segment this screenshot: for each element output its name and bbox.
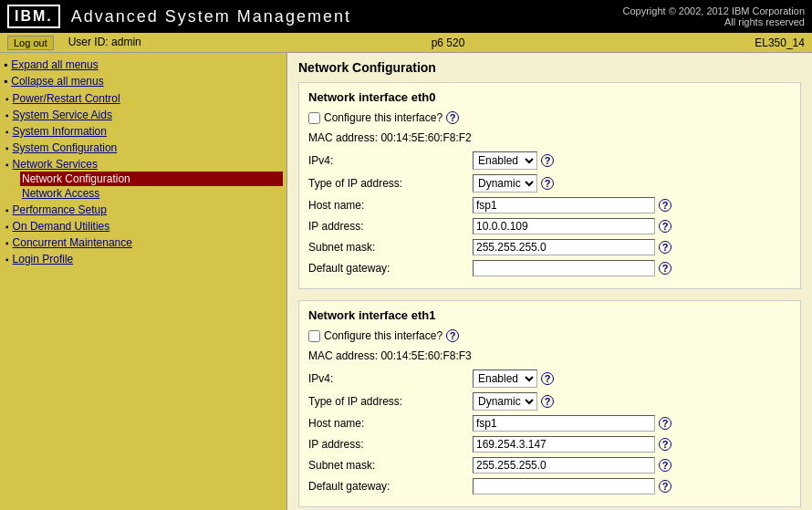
- eth1-subnet-input[interactable]: 255.255.255.0: [473, 457, 655, 474]
- sidebar: ▪ Expand all menus ▪ Collapse all menus …: [0, 53, 287, 510]
- copyright-line1: Copyright © 2002, 2012 IBM Corporation: [623, 5, 806, 16]
- sidebar-section-perf: ▪ Performance Setup: [4, 203, 283, 217]
- eth1-gateway-row: Default gateway: ?: [308, 478, 791, 494]
- eth1-ip-label: IP address:: [308, 438, 473, 451]
- plus-icon-power: ▪: [5, 94, 9, 104]
- eth1-ipv4-help-icon[interactable]: ?: [541, 372, 554, 385]
- eth1-ip-input[interactable]: 169.254.3.147: [473, 436, 655, 453]
- eth0-subnet-help-icon[interactable]: ?: [659, 241, 671, 254]
- eth1-ip-row: IP address: 169.254.3.147 ?: [308, 436, 791, 453]
- page-title: Network Configuration: [298, 60, 801, 75]
- eth0-gateway-help-icon[interactable]: ?: [659, 262, 671, 275]
- eth0-ip-label: IP address:: [308, 220, 473, 233]
- eth0-configure-checkbox[interactable]: [308, 112, 320, 124]
- sidebar-section-network-header[interactable]: ▪ Network Services: [4, 157, 283, 172]
- sidebar-section-ondemand-header[interactable]: ▪ On Demand Utilities: [4, 219, 283, 234]
- copyright-line2: All rights reserved: [623, 16, 806, 27]
- network-children: Network Configuration Network Access: [4, 172, 283, 201]
- sidebar-label-sysinfo: System Information: [13, 125, 107, 138]
- main-content: Network Configuration Network interface …: [287, 53, 812, 510]
- expand-all-link[interactable]: Expand all menus: [11, 58, 98, 71]
- eth0-iptype-help-icon[interactable]: ?: [541, 177, 554, 190]
- eth1-gateway-help-icon[interactable]: ?: [659, 480, 671, 493]
- eth1-section: Network interface eth1 Configure this in…: [298, 300, 801, 507]
- eth0-configure-label: Configure this interface?: [324, 111, 442, 124]
- eth0-gateway-label: Default gateway:: [308, 262, 473, 275]
- eth1-hostname-row: Host name: fsp1 ?: [308, 415, 791, 432]
- sidebar-section-sysconfig: ▪ System Configuration: [4, 141, 283, 155]
- eth0-subnet-label: Subnet mask:: [308, 241, 473, 254]
- eth0-ipv4-label: IPv4:: [308, 154, 473, 167]
- eth0-iptype-row: Type of IP address: Dynamic Static ?: [308, 174, 791, 193]
- eth0-configure-help-icon[interactable]: ?: [446, 111, 459, 124]
- eth1-subnet-row: Subnet mask: 255.255.255.0 ?: [308, 457, 791, 474]
- collapse-icon: ▪: [4, 75, 7, 88]
- eth1-iptype-select[interactable]: Dynamic Static: [473, 392, 537, 411]
- toolbar-left: Log out User ID: admin: [7, 36, 141, 50]
- eth0-ipv4-help-icon[interactable]: ?: [541, 154, 554, 167]
- eth1-configure-label: Configure this interface?: [324, 329, 442, 342]
- eth1-mac-label: MAC address: 00:14:5E:60:F8:F3: [308, 349, 473, 362]
- eth1-configure-checkbox[interactable]: [308, 330, 320, 342]
- plus-icon-ondemand: ▪: [5, 222, 9, 232]
- sidebar-label-concurrent: Concurrent Maintenance: [13, 236, 132, 249]
- app-title: Advanced System Management: [71, 7, 351, 26]
- eth0-gateway-row: Default gateway: ?: [308, 260, 791, 276]
- eth0-ip-help-icon[interactable]: ?: [659, 220, 671, 233]
- netaccess-link[interactable]: Network Access: [22, 187, 99, 200]
- sidebar-section-concurrent: ▪ Concurrent Maintenance: [4, 235, 283, 250]
- plus-icon-perf: ▪: [5, 205, 9, 215]
- plus-icon-concurrent: ▪: [5, 238, 9, 248]
- eth1-hostname-input[interactable]: fsp1: [473, 415, 655, 432]
- sidebar-section-login-header[interactable]: ▪ Login Profile: [4, 252, 283, 266]
- sidebar-label-network: Network Services: [13, 158, 98, 171]
- eth0-subnet-input[interactable]: 255.255.255.0: [473, 239, 655, 255]
- sidebar-section-login: ▪ Login Profile: [4, 252, 283, 266]
- eth0-iptype-select[interactable]: Dynamic Static: [473, 174, 537, 193]
- eth0-hostname-input[interactable]: fsp1: [473, 197, 655, 213]
- sidebar-section-network: ▪ Network Services Network Configuration…: [4, 157, 283, 201]
- user-id-label: User ID: admin: [68, 36, 141, 50]
- eth0-configure-row: Configure this interface? ?: [308, 111, 791, 124]
- sidebar-item-netconfig[interactable]: Network Configuration: [20, 172, 283, 186]
- eth0-hostname-help-icon[interactable]: ?: [659, 199, 671, 212]
- sidebar-section-power-header[interactable]: ▪ Power/Restart Control: [4, 91, 283, 106]
- sidebar-section-sysinfo-header[interactable]: ▪ System Information: [4, 124, 283, 139]
- eth0-gateway-input[interactable]: [473, 260, 655, 276]
- eth1-ip-help-icon[interactable]: ?: [659, 438, 671, 451]
- netconfig-link[interactable]: Network Configuration: [22, 172, 130, 185]
- layout: ▪ Expand all menus ▪ Collapse all menus …: [0, 53, 812, 510]
- sidebar-label-login: Login Profile: [13, 253, 74, 265]
- header-copyright: Copyright © 2002, 2012 IBM Corporation A…: [623, 5, 806, 27]
- eth1-gateway-input[interactable]: [473, 478, 655, 494]
- eth0-ip-row: IP address: 10.0.0.109 ?: [308, 218, 791, 234]
- eth0-ip-input[interactable]: 10.0.0.109: [473, 218, 655, 234]
- sidebar-section-service-header[interactable]: ▪ System Service Aids: [4, 108, 283, 122]
- eth1-hostname-label: Host name:: [308, 417, 473, 430]
- eth1-ipv4-select[interactable]: Enabled Disabled: [473, 369, 537, 388]
- eth1-hostname-help-icon[interactable]: ?: [659, 417, 671, 430]
- sidebar-controls-collapse: ▪ Collapse all menus: [4, 75, 283, 88]
- system-id: p6 520: [432, 36, 465, 49]
- sidebar-item-netaccess[interactable]: Network Access: [20, 186, 283, 201]
- logout-button[interactable]: Log out: [7, 36, 54, 50]
- plus-icon-sysconfig: ▪: [5, 143, 9, 153]
- sidebar-label-sysconfig: System Configuration: [13, 141, 118, 154]
- eth1-mac-value: 00:14:5E:60:F8:F3: [380, 349, 471, 362]
- eth1-configure-help-icon[interactable]: ?: [446, 329, 459, 342]
- header-left: IBM. Advanced System Management: [7, 5, 351, 28]
- eth1-subnet-label: Subnet mask:: [308, 459, 473, 472]
- sidebar-section-sysinfo: ▪ System Information: [4, 124, 283, 139]
- sidebar-section-perf-header[interactable]: ▪ Performance Setup: [4, 203, 283, 217]
- eth0-mac-value: 00:14:5E:60:F8:F2: [380, 131, 471, 144]
- eth1-iptype-help-icon[interactable]: ?: [541, 395, 554, 408]
- eth0-ipv4-row: IPv4: Enabled Disabled ?: [308, 151, 791, 170]
- sidebar-section-sysconfig-header[interactable]: ▪ System Configuration: [4, 141, 283, 155]
- eth1-title: Network interface eth1: [308, 308, 791, 322]
- eth1-ipv4-label: IPv4:: [308, 372, 473, 385]
- collapse-all-link[interactable]: Collapse all menus: [11, 75, 103, 88]
- eth1-subnet-help-icon[interactable]: ?: [659, 459, 671, 472]
- system-code: EL350_14: [755, 36, 805, 49]
- sidebar-section-concurrent-header[interactable]: ▪ Concurrent Maintenance: [4, 235, 283, 250]
- eth0-ipv4-select[interactable]: Enabled Disabled: [473, 151, 537, 170]
